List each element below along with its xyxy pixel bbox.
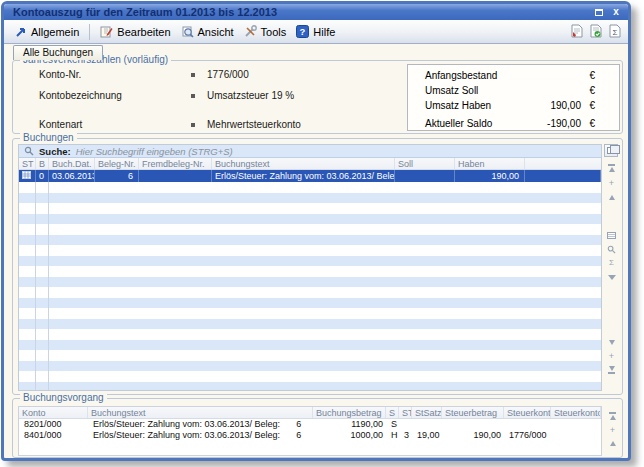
empty-row[interactable] [19,329,601,340]
cell-steuerbetrag: 190,00 [442,430,504,441]
column-chooser-button[interactable] [604,144,618,157]
titlebar[interactable]: Kontoauszug für den Zeitraum 01.2013 bis… [4,4,628,20]
col-b[interactable]: B [36,158,49,169]
empty-row[interactable] [19,214,601,225]
empty-row[interactable] [19,182,601,193]
col-buchdat[interactable]: Buch.Dat. [49,158,95,169]
empty-row[interactable] [19,298,601,309]
currency-symbol: € [581,85,595,96]
empty-row[interactable] [19,340,601,351]
cell-stsatz [412,419,442,430]
col-st[interactable]: ST [19,158,36,169]
empty-row[interactable] [19,224,601,235]
document-check-button[interactable] [589,23,603,41]
menu-ansicht[interactable]: Ansicht [176,23,239,40]
window-title: Kontoauszug für den Zeitraum 01.2013 bis… [13,5,589,20]
cell-buchungstext: Erlös/Steuer: Zahlung vom: 03.06.2013/ B… [88,419,313,430]
cell-konto: 8401/000 [19,430,88,441]
cell-steuerkonto1 [504,419,551,430]
table-header[interactable]: ST B Buch.Dat. Beleg-Nr. Fremdbeleg-Nr. … [19,158,601,170]
empty-row[interactable] [19,256,601,267]
menu-label: Bearbeiten [117,26,170,38]
empty-row[interactable] [19,371,601,382]
empty-row[interactable] [19,287,601,298]
empty-row[interactable] [19,277,601,288]
empty-row[interactable] [19,361,601,372]
prev-record-button[interactable] [606,437,619,449]
menu-allgemein[interactable]: Allgemein [10,24,84,40]
first-record-button[interactable] [605,162,618,174]
card-view-button[interactable] [605,229,618,241]
empty-row[interactable] [19,350,601,361]
buchungen-table: Suche: Hier Suchbegriff eingeben (STRG+S… [18,144,602,391]
record-nav-strip: + [605,406,619,456]
col-belegnr[interactable]: Beleg-Nr. [95,158,139,169]
col-steuerbetrag[interactable]: Steuerbetrag [442,407,504,418]
col-steuerkonto2[interactable]: Steuerkonto 2 [551,407,601,418]
currency-symbol: € [581,100,595,111]
cell-steuerkonto1: 1776/000 [504,430,551,441]
total-label: Aktueller Saldo [425,118,523,129]
first-record-button[interactable] [606,410,619,422]
svg-text:Σ: Σ [613,28,618,37]
restore-button[interactable] [592,6,606,18]
empty-row[interactable] [19,266,601,277]
col-konto[interactable]: Konto [19,407,88,418]
prev-record-button[interactable] [605,191,618,203]
empty-row[interactable] [19,193,601,204]
search-label: Suche: [39,146,71,157]
cell-s: H [386,430,399,441]
field-value: Mehrwertsteuerkonto [207,119,301,130]
col-buchungsbetrag[interactable]: Buchungsbetrag [313,407,386,418]
last-record-button[interactable] [605,364,618,376]
col-fremdbelegnr[interactable]: Fremdbeleg-Nr. [139,158,212,169]
search-bar[interactable]: Suche: Hier Suchbegriff eingeben (STRG+S… [19,145,601,158]
tab-alle-buchungen[interactable]: Alle Buchungen [13,45,103,60]
cell-b: 0 [36,170,49,182]
total-label: Umsatz Soll [425,85,523,96]
app-window: Kontoauszug für den Zeitraum 01.2013 bis… [1,1,631,461]
document-sum-button[interactable]: Σ [608,23,622,41]
table-row-selected[interactable]: 0 03.06.2013 6 Erlös/Steuer: Zahlung vom… [19,170,601,182]
menu-separator [89,24,90,40]
empty-row[interactable] [19,245,601,256]
menu-hilfe[interactable]: ? Hilfe [291,23,340,40]
page-down-button[interactable]: + [605,350,618,362]
empty-row[interactable] [19,203,601,214]
prev-record-icon [610,441,616,446]
totals-panel: Anfangsbestand € Umsatz Soll € Umsatz Ha… [407,64,620,131]
group-buchungen: Buchungen Suche: Hier Suchbegriff eingeb… [12,138,623,395]
col-haben[interactable]: Haben [455,158,525,169]
document-flag-button[interactable] [570,23,584,41]
empty-row[interactable] [19,319,601,330]
search-record-button[interactable] [605,243,618,255]
page-up-button[interactable]: + [605,177,618,189]
filter-button[interactable] [605,271,618,283]
col-buchungstext[interactable]: Buchungstext [212,158,395,169]
field-konto-nr: Konto-Nr. 1776/000 [39,69,249,80]
view-icon [181,25,194,38]
sum-list-button[interactable]: Σ [605,257,618,269]
table-row[interactable]: 8401/000 Erlös/Steuer: Zahlung vom: 03.0… [19,430,601,441]
col-buchungstext[interactable]: Buchungstext [88,407,313,418]
page-up-button[interactable]: + [606,424,619,436]
col-steuerkonto1[interactable]: Steuerkonto 1 [504,407,551,418]
cell-stsatz: 19,00 [412,430,442,441]
empty-row[interactable] [19,308,601,319]
menu-bearbeiten[interactable]: Bearbeiten [95,23,175,40]
empty-row[interactable] [19,235,601,246]
col-s[interactable]: S [386,407,399,418]
total-aktueller-saldo: Aktueller Saldo -190,00 € [408,118,619,129]
col-soll[interactable]: Soll [395,158,455,169]
cell-steuerkonto2 [551,430,601,441]
empty-row[interactable] [19,382,601,392]
cell-buchdat: 03.06.2013 [49,170,95,182]
col-stsatz[interactable]: StSatz [412,407,442,418]
col-st[interactable]: ST [399,407,412,418]
table-header[interactable]: Konto Buchungstext Buchungsbetrag S ST S… [19,407,601,419]
menu-tools[interactable]: Tools [239,23,292,40]
next-record-button[interactable] [605,336,618,348]
close-button[interactable]: x [609,6,623,18]
table-row[interactable]: 8201/000 Erlös/Steuer: Zahlung vom: 03.0… [19,419,601,430]
col-extra [525,158,601,169]
